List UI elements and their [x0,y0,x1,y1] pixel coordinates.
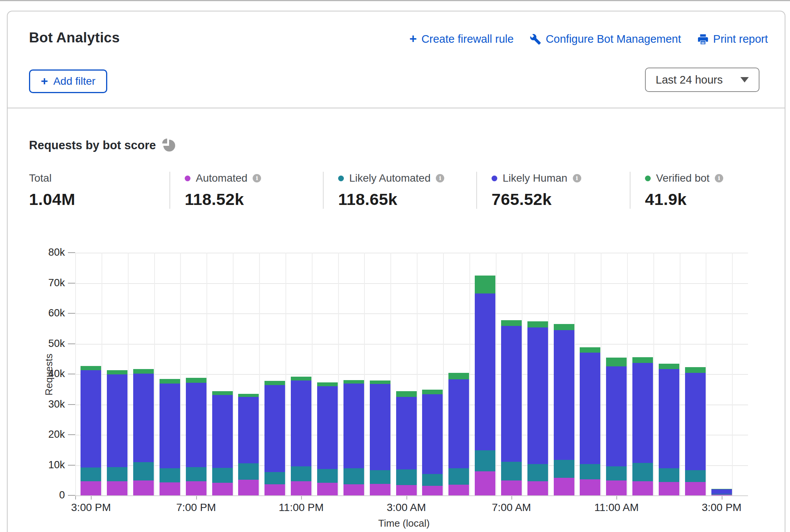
y-tick-mark [68,313,75,314]
chart-bar-11-00-PM[interactable] [291,377,311,495]
plus-icon: + [410,32,417,45]
chart-bar-8-00-PM[interactable] [212,391,233,495]
x-tick-label: 11:00 PM [279,501,324,514]
segment-automated [527,481,548,495]
y-tick-label: 60k [23,307,65,319]
chart-bar-9-00-AM[interactable] [554,324,574,495]
chart-bar-5-00-PM[interactable] [133,369,154,496]
segment-verified-bot [107,370,127,374]
bar-slot [262,253,288,495]
segment-verified-bot [133,369,154,374]
y-tick-label: 70k [23,277,65,289]
segment-likely-automated [659,468,679,482]
chart-bar-8-00-AM[interactable] [527,321,548,495]
segment-automated [632,481,653,495]
bar-slot [367,253,393,495]
segment-likely-human [527,327,548,464]
segment-verified-bot [317,382,338,386]
y-tick-label: 30k [23,398,65,410]
chevron-down-icon [740,77,749,82]
chart-bar-9-00-PM[interactable] [238,394,259,495]
segment-verified-bot [370,380,390,384]
segment-likely-human [291,380,311,467]
x-tick-label: 7:00 PM [176,501,216,514]
info-icon[interactable]: i [573,174,581,182]
stat-likely-automated: Likely Automated i 118.65k [323,172,476,209]
bar-slot [235,253,262,495]
chart-bar-4-00-PM[interactable] [107,370,127,495]
legend-dot-automated [185,176,190,181]
chart-bar-12-00-AM[interactable] [317,382,338,495]
y-tick-mark [68,283,75,284]
bar-slot [393,253,419,495]
segment-likely-automated [501,462,522,480]
segment-likely-human [107,374,127,467]
bar-slot [524,253,551,495]
info-icon[interactable]: i [436,174,444,182]
info-icon[interactable]: i [715,174,723,182]
time-range-select[interactable]: Last 24 hours [645,68,759,92]
segment-verified-bot [160,379,180,384]
chart-bar-10-00-AM[interactable] [580,347,600,495]
chart-bar-2-00-AM[interactable] [370,380,390,495]
x-tick-mark [722,496,722,500]
segment-verified-bot [527,321,548,327]
printer-icon [697,34,709,45]
segment-verified-bot [632,357,653,363]
stat-label: Likely Automated [349,172,430,184]
stat-value: 41.9k [645,190,769,209]
stats-row: Total 1.04M Automated i 118.52k Likely A… [29,172,769,209]
chart-bar-4-00-AM[interactable] [422,390,443,495]
chart-bar-6-00-AM[interactable] [475,276,495,495]
bar-slot [157,253,183,495]
chart-bar-5-00-AM[interactable] [448,373,469,495]
segment-likely-human [580,353,600,464]
bar-slot [551,253,577,495]
chart-bar-1-00-PM[interactable] [659,364,679,495]
legend-dot-likely-human [492,176,497,181]
bar-slot [131,253,157,495]
bar-slot [340,253,367,495]
stat-verified-bot: Verified bot i 41.9k [630,172,769,209]
bar-slot [183,253,209,495]
create-firewall-rule-link[interactable]: + Create firewall rule [410,33,514,45]
chart-bar-1-00-AM[interactable] [343,380,364,495]
segment-automated [264,484,285,495]
chart-bar-7-00-AM[interactable] [501,320,522,495]
bar-slot [630,253,656,495]
segment-automated [291,481,311,495]
chart-bar-6-00-PM[interactable] [160,379,180,495]
x-tick-mark [91,496,92,500]
segment-likely-automated [133,462,154,480]
y-tick-mark [68,252,75,253]
chart-bar-11-00-AM[interactable] [606,358,627,495]
chart-bar-7-00-PM[interactable] [186,378,206,495]
segment-verified-bot [659,364,679,369]
add-filter-button[interactable]: + Add filter [29,69,107,93]
segment-likely-human [264,385,285,472]
segment-likely-human [396,397,417,469]
segment-likely-human [81,370,101,467]
configure-bot-management-link[interactable]: Configure Bot Management [530,33,681,45]
header-divider [8,108,785,108]
print-report-link[interactable]: Print report [697,33,768,45]
segment-verified-bot [343,380,364,384]
chart-bar-3-00-PM[interactable] [81,366,101,495]
segment-likely-automated [396,469,417,485]
bar-slot [682,253,708,495]
print-report-label: Print report [713,33,768,45]
segment-likely-human [422,394,443,474]
chart-bar-2-00-PM[interactable] [685,367,706,495]
segment-verified-bot [685,367,706,373]
segment-likely-automated [685,470,706,482]
info-icon[interactable]: i [253,174,261,182]
section-title: Requests by bot score [29,139,156,152]
segment-likely-automated [107,467,127,481]
y-tick-label: 20k [23,429,65,440]
segment-likely-human [370,384,390,470]
chart-bar-3-00-AM[interactable] [396,391,417,495]
chart-bar-10-00-PM[interactable] [264,381,285,495]
chart-bar-3-00-PM[interactable] [711,489,732,495]
segment-likely-human [554,330,574,460]
chart-bar-12-00-PM[interactable] [632,357,653,495]
